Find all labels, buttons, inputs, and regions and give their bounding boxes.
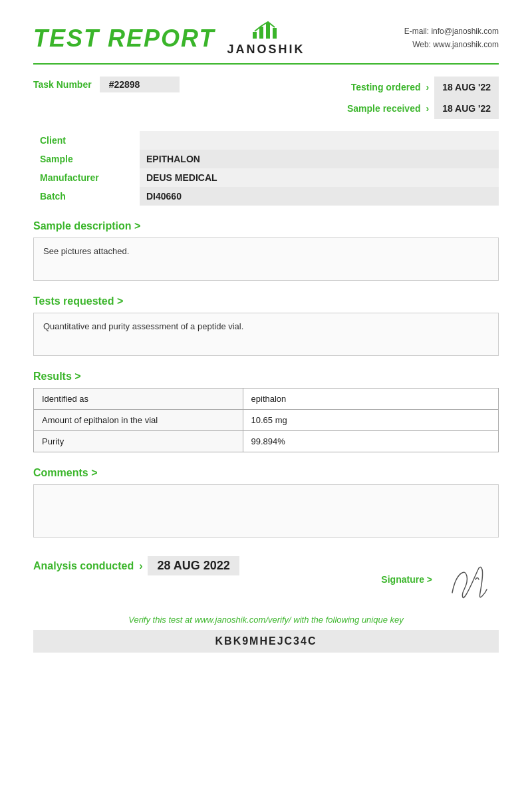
- task-label: Task Number: [33, 79, 92, 90]
- result-label: Amount of epithalon in the vial: [34, 410, 243, 431]
- sample-description-text: See pictures attached.: [43, 246, 129, 256]
- manufacturer-label: Manufacturer: [33, 168, 140, 187]
- testing-ordered-date: 18 AUG '22: [434, 77, 499, 98]
- contact-web: www.janoshik.com: [433, 40, 499, 49]
- batch-label: Batch: [33, 187, 140, 206]
- result-value: epithalon: [243, 389, 498, 410]
- result-row: Amount of epithalon in the vial10.65 mg: [34, 410, 499, 431]
- analysis-date: 28 AUG 2022: [148, 556, 239, 575]
- comments-heading: Comments >: [33, 467, 499, 479]
- contact-email: info@janoshik.com: [431, 27, 499, 36]
- client-label: Client: [33, 131, 140, 150]
- task-number-block: Task Number #22898: [33, 77, 180, 92]
- contact-web-label: Web:: [412, 40, 431, 49]
- signature-image: [439, 556, 499, 603]
- logo-text: JANOSHIK: [227, 43, 305, 57]
- logo-icon: [250, 20, 282, 41]
- testing-ordered-row: Testing ordered › 18 AUG '22: [347, 77, 499, 98]
- svg-rect-1: [259, 27, 263, 39]
- tests-requested-text: Quantitative and purity assessment of a …: [43, 321, 243, 331]
- client-row: Client: [33, 131, 499, 150]
- sample-label: Sample: [33, 150, 140, 168]
- sample-received-row: Sample received › 18 AUG '22: [347, 98, 499, 119]
- result-row: Identified asepithalon: [34, 389, 499, 410]
- unique-key-box: KBK9MHEJC34C: [33, 630, 499, 653]
- analysis-label: Analysis conducted: [33, 560, 134, 572]
- analysis-row: Analysis conducted › 28 AUG 2022 Signatu…: [33, 556, 499, 603]
- header-divider: [33, 63, 499, 65]
- test-report-title: TEST REPORT: [33, 25, 215, 53]
- info-table: Client Sample EPITHALON Manufacturer DEU…: [33, 131, 499, 206]
- logo-area: JANOSHIK: [227, 20, 305, 57]
- tests-requested-box: Quantitative and purity assessment of a …: [33, 313, 499, 356]
- signature-label: Signature >: [381, 574, 432, 585]
- sample-received-label: Sample received: [347, 99, 421, 118]
- page-header: TEST REPORT JANOSHIK E-mail: info@janosh…: [33, 20, 499, 57]
- result-label: Identified as: [34, 389, 243, 410]
- sample-description-heading: Sample description >: [33, 220, 499, 232]
- contact-email-label: E-mail:: [404, 27, 429, 36]
- results-table: Identified asepithalonAmount of epithalo…: [33, 388, 499, 452]
- svg-rect-3: [273, 28, 277, 39]
- tests-requested-heading: Tests requested >: [33, 295, 499, 307]
- task-number: #22898: [100, 77, 180, 92]
- svg-rect-0: [253, 32, 257, 39]
- sample-description-box: See pictures attached.: [33, 237, 499, 281]
- analysis-left: Analysis conducted › 28 AUG 2022: [33, 556, 239, 575]
- manufacturer-row: Manufacturer DEUS MEDICAL: [33, 168, 499, 187]
- signature-block: Signature >: [381, 556, 499, 603]
- batch-row: Batch DI40660: [33, 187, 499, 206]
- contact-info: E-mail: info@janoshik.com Web: www.janos…: [404, 25, 499, 51]
- verify-text: Verify this test at www.janoshik.com/ver…: [33, 615, 499, 625]
- batch-value: DI40660: [140, 187, 499, 206]
- sample-value: EPITHALON: [140, 150, 499, 168]
- result-value: 10.65 mg: [243, 410, 498, 431]
- testing-ordered-label: Testing ordered: [351, 78, 421, 96]
- manufacturer-value: DEUS MEDICAL: [140, 168, 499, 187]
- results-heading: Results >: [33, 371, 499, 383]
- dates-block: Testing ordered › 18 AUG '22 Sample rece…: [347, 77, 499, 119]
- result-row: Purity99.894%: [34, 431, 499, 452]
- svg-rect-2: [266, 23, 270, 39]
- client-value: [140, 131, 499, 150]
- title-logo-block: TEST REPORT JANOSHIK: [33, 20, 305, 57]
- sample-row: Sample EPITHALON: [33, 150, 499, 168]
- sample-received-date: 18 AUG '22: [434, 98, 499, 119]
- unique-key: KBK9MHEJC34C: [215, 635, 317, 647]
- task-dates-row: Task Number #22898 Testing ordered › 18 …: [33, 77, 499, 119]
- result-value: 99.894%: [243, 431, 498, 452]
- comments-box: [33, 484, 499, 538]
- result-label: Purity: [34, 431, 243, 452]
